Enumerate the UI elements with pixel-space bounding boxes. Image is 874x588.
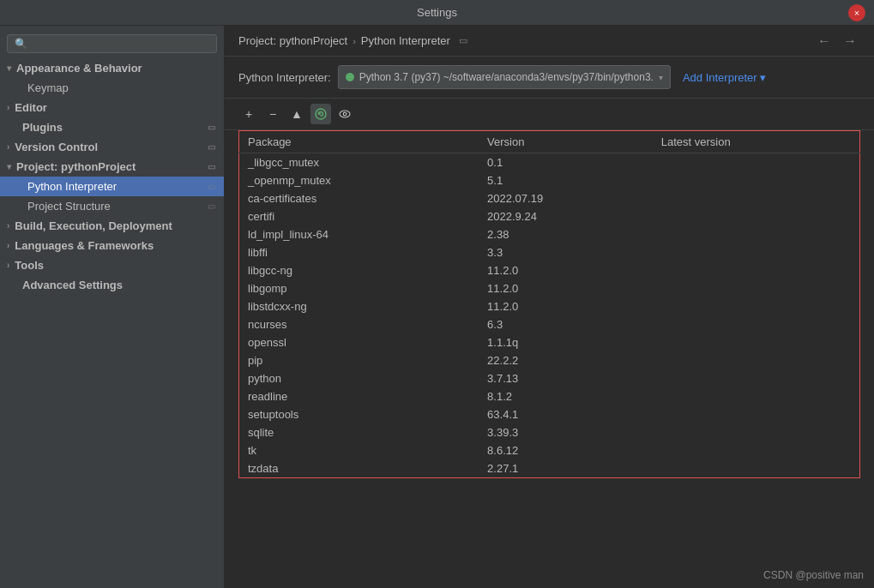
search-input[interactable] — [7, 34, 217, 53]
add-interpreter-button[interactable]: Add Interpreter ▾ — [678, 69, 771, 87]
sidebar: ▾Appearance & BehaviorKeymap›EditorPlugi… — [0, 26, 225, 588]
package-version: 1.1.1q — [479, 333, 653, 351]
sidebar-item-tools[interactable]: ›Tools — [0, 255, 224, 275]
table-row[interactable]: _openmp_mutex 5.1 — [239, 171, 860, 189]
table-row[interactable]: sqlite 3.39.3 — [239, 423, 860, 441]
package-name: _openmp_mutex — [239, 171, 479, 189]
sidebar-item-project[interactable]: ▾Project: pythonProject▭ — [0, 157, 224, 177]
sidebar-item-editor[interactable]: ›Editor — [0, 98, 224, 117]
chevron-icon: ▾ — [7, 162, 11, 171]
svg-point-1 — [340, 111, 350, 117]
sidebar-item-build[interactable]: ›Build, Execution, Deployment — [0, 216, 224, 236]
package-version: 0.1 — [479, 153, 653, 172]
table-row[interactable]: python 3.7.13 — [239, 369, 860, 387]
table-row[interactable]: ld_impl_linux-64 2.38 — [239, 225, 860, 243]
package-name: pip — [239, 351, 479, 369]
sidebar-item-label: Python Interpreter — [27, 180, 117, 193]
package-latest — [653, 459, 860, 478]
table-row[interactable]: pip 22.2.2 — [239, 351, 860, 369]
sidebar-page-icon: ▭ — [205, 201, 217, 213]
dropdown-arrow-icon: ▾ — [659, 73, 663, 82]
table-row[interactable]: libgomp 11.2.0 — [239, 279, 860, 297]
package-version: 3.7.13 — [479, 369, 653, 387]
sidebar-item-label: Build, Execution, Deployment — [15, 219, 172, 232]
col-latest-header: Latest version — [653, 131, 860, 153]
nav-forward-button[interactable]: → — [840, 32, 860, 51]
sidebar-item-python-interpreter[interactable]: Python Interpreter▭ — [0, 177, 224, 196]
sidebar-item-version-control[interactable]: ›Version Control▭ — [0, 137, 224, 157]
package-name: setuptools — [239, 405, 479, 423]
table-row[interactable]: openssl 1.1.1q — [239, 333, 860, 351]
show-details-button[interactable] — [335, 104, 355, 124]
package-name: sqlite — [239, 423, 479, 441]
package-latest — [653, 261, 860, 279]
sidebar-item-label: Plugins — [22, 121, 63, 134]
refresh-button[interactable] — [310, 104, 331, 124]
sidebar-item-languages[interactable]: ›Languages & Frameworks — [0, 236, 224, 255]
package-latest — [653, 225, 860, 243]
interpreter-value: Python 3.7 (py37) ~/software/anaconda3/e… — [359, 71, 654, 83]
sidebar-item-keymap[interactable]: Keymap — [0, 78, 224, 98]
main-container: ▾Appearance & BehaviorKeymap›EditorPlugi… — [0, 26, 874, 588]
package-name: libgcc-ng — [239, 261, 479, 279]
sidebar-item-label: Languages & Frameworks — [15, 239, 154, 252]
sidebar-item-label: Advanced Settings — [22, 279, 123, 291]
package-name: _libgcc_mutex — [239, 153, 479, 172]
interpreter-select[interactable]: Python 3.7 (py37) ~/software/anaconda3/e… — [338, 65, 671, 89]
package-name: tk — [239, 441, 479, 459]
package-version: 11.2.0 — [479, 261, 653, 279]
sidebar-page-icon: ▭ — [205, 141, 217, 153]
table-row[interactable]: certifi 2022.9.24 — [239, 207, 860, 225]
chevron-icon: › — [7, 221, 9, 231]
close-button[interactable]: × — [848, 4, 865, 21]
up-button[interactable]: ▲ — [286, 104, 307, 124]
package-latest — [653, 387, 860, 405]
table-row[interactable]: libstdcxx-ng 11.2.0 — [239, 297, 860, 315]
table-row[interactable]: setuptools 63.4.1 — [239, 405, 860, 423]
package-latest — [653, 423, 860, 441]
interpreter-label: Python Interpreter: — [238, 71, 331, 84]
package-version: 3.39.3 — [479, 423, 653, 441]
sidebar-item-label: Tools — [15, 259, 44, 272]
package-name: readline — [239, 387, 479, 405]
package-latest — [653, 279, 860, 297]
table-header-row: Package Version Latest version — [239, 131, 860, 153]
sidebar-item-advanced[interactable]: Advanced Settings — [0, 275, 224, 295]
sidebar-item-project-structure[interactable]: Project Structure▭ — [0, 196, 224, 216]
package-latest — [653, 315, 860, 333]
table-row[interactable]: _libgcc_mutex 0.1 — [239, 153, 860, 172]
interpreter-status-dot — [346, 73, 354, 81]
package-version: 3.3 — [479, 243, 653, 261]
package-name: tzdata — [239, 459, 479, 478]
package-name: ca-certificates — [239, 189, 479, 207]
package-latest — [653, 351, 860, 369]
add-package-button[interactable]: + — [238, 104, 259, 124]
table-row[interactable]: libffi 3.3 — [239, 243, 860, 261]
package-version: 22.2.2 — [479, 351, 653, 369]
col-version-header: Version — [479, 131, 653, 153]
table-row[interactable]: ca-certificates 2022.07.19 — [239, 189, 860, 207]
table-row[interactable]: tk 8.6.12 — [239, 441, 860, 459]
table-row[interactable]: ncurses 6.3 — [239, 315, 860, 333]
nav-back-button[interactable]: ← — [814, 32, 835, 51]
refresh-icon — [315, 108, 327, 120]
package-name: libstdcxx-ng — [239, 297, 479, 315]
package-latest — [653, 171, 860, 189]
title-bar: Settings × — [0, 0, 874, 26]
chevron-icon: › — [7, 261, 9, 270]
package-version: 2022.07.19 — [479, 189, 653, 207]
chevron-icon: › — [7, 103, 9, 112]
package-latest — [653, 405, 860, 423]
table-row[interactable]: libgcc-ng 11.2.0 — [239, 261, 860, 279]
remove-package-button[interactable]: − — [262, 104, 283, 124]
package-name: ncurses — [239, 315, 479, 333]
package-table-container[interactable]: Package Version Latest version _libgcc_m… — [225, 130, 874, 588]
sidebar-item-label: Project: pythonProject — [16, 160, 136, 173]
table-row[interactable]: readline 8.1.2 — [239, 387, 860, 405]
sidebar-item-appearance[interactable]: ▾Appearance & Behavior — [0, 58, 224, 78]
breadcrumb-arrow: › — [353, 36, 356, 46]
sidebar-item-label: Appearance & Behavior — [16, 62, 142, 75]
table-row[interactable]: tzdata 2.27.1 — [239, 459, 860, 478]
breadcrumb-tab-icon: ▭ — [459, 35, 467, 46]
sidebar-item-plugins[interactable]: Plugins▭ — [0, 117, 224, 137]
